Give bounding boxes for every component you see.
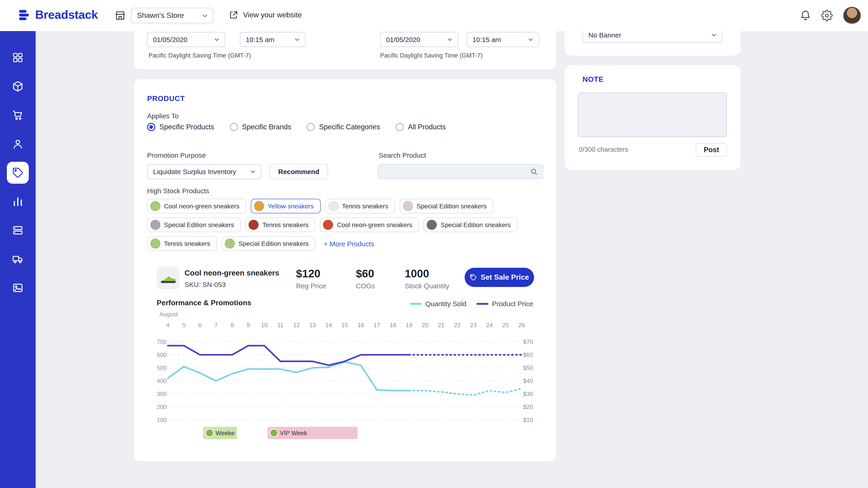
- svg-text:7: 7: [215, 322, 218, 329]
- product-chip[interactable]: Tennis sneakers: [246, 217, 315, 232]
- bar-chart-icon: [12, 195, 24, 207]
- stock-quantity-label: Stock Quantity: [405, 282, 449, 290]
- applies-to-radio[interactable]: Specific Products: [147, 123, 214, 131]
- performance-title: Performance & Promotions: [157, 299, 251, 307]
- start-date-select[interactable]: 01/05/2020: [147, 32, 225, 47]
- sidebar-item-analytics[interactable]: [0, 187, 36, 216]
- view-website-link[interactable]: View your website: [229, 10, 302, 20]
- svg-text:22: 22: [454, 322, 461, 329]
- recommend-button[interactable]: Recommend: [270, 164, 328, 179]
- product-chip-label: Special Edition sneakers: [239, 240, 309, 247]
- product-chip-thumb-icon: [249, 220, 259, 230]
- app: Breadstack Shawn's Store View your websi…: [0, 0, 868, 488]
- brand-logo-icon: [18, 8, 31, 22]
- product-chip[interactable]: Cool neon-green sneakers: [147, 199, 246, 213]
- tag-icon: [470, 274, 477, 281]
- end-date-select[interactable]: 01/05/2020: [380, 32, 458, 47]
- product-chip[interactable]: Special Edition sneakers: [424, 217, 518, 232]
- notifications-bell-icon[interactable]: [800, 9, 811, 22]
- set-sale-price-button[interactable]: Set Sale Price: [465, 268, 534, 287]
- svg-text:$50: $50: [523, 364, 533, 371]
- legend-swatch: [410, 303, 422, 305]
- promotion-purpose-select[interactable]: Liquidate Surplus Inventory: [147, 164, 261, 179]
- product-chip-thumb-icon: [150, 220, 160, 230]
- svg-text:8: 8: [230, 322, 234, 329]
- end-timezone-label: Pacific Daylight Saving Time (GMT-7): [380, 52, 483, 59]
- sidebar-item-dashboard[interactable]: [0, 43, 36, 72]
- sidebar-item-subscriptions[interactable]: [0, 216, 36, 244]
- brand-logo[interactable]: Breadstack: [18, 8, 98, 22]
- svg-text:$20: $20: [523, 403, 533, 410]
- svg-text:500: 500: [157, 364, 167, 371]
- top-bar: Breadstack Shawn's Store View your websi…: [0, 0, 868, 31]
- storefront-icon: [114, 9, 126, 22]
- more-products-link[interactable]: + More Products: [324, 240, 374, 247]
- post-button[interactable]: Post: [696, 143, 727, 157]
- product-chip[interactable]: Tennis sneakers: [147, 236, 217, 251]
- radio-icon: [307, 123, 315, 131]
- cart-icon: [12, 109, 24, 121]
- product-chip-label: Cool neon-green sneakers: [164, 203, 239, 210]
- svg-text:9: 9: [247, 322, 250, 329]
- store-selector[interactable]: Shawn's Store: [131, 8, 213, 23]
- svg-text:$40: $40: [523, 377, 533, 384]
- reg-price-value: $120: [296, 267, 320, 280]
- svg-text:21: 21: [438, 322, 444, 329]
- product-chip-thumb-icon: [150, 201, 160, 211]
- search-product-input[interactable]: [384, 168, 530, 176]
- applies-to-radio[interactable]: Specific Categories: [307, 123, 380, 131]
- product-chip[interactable]: Special Edition sneakers: [222, 236, 315, 251]
- stock-quantity-value: 1000: [405, 267, 429, 280]
- user-icon: [12, 138, 24, 150]
- end-time-select[interactable]: 10:15 am: [466, 32, 539, 47]
- svg-text:200: 200: [157, 403, 167, 410]
- product-chip-label: Tennis sneakers: [164, 240, 210, 247]
- sidebar-item-customers[interactable]: [0, 129, 36, 158]
- svg-text:$70: $70: [523, 338, 533, 345]
- chevron-down-icon: [446, 36, 453, 43]
- applies-to-radio[interactable]: All Products: [396, 123, 446, 131]
- search-icon: [530, 167, 538, 176]
- product-card: PRODUCT Applies To Specific ProductsSpec…: [134, 79, 556, 461]
- sidebar-item-media[interactable]: [0, 273, 36, 302]
- sidebar-item-promotions[interactable]: [0, 158, 36, 187]
- svg-text:$60: $60: [523, 352, 533, 358]
- product-chip-label: Tennis sneakers: [342, 203, 388, 210]
- sidebar-item-products[interactable]: [0, 72, 36, 100]
- product-chip-label: Special Edition sneakers: [164, 221, 234, 228]
- svg-text:300: 300: [157, 391, 167, 397]
- radio-icon: [396, 123, 404, 131]
- svg-text:12: 12: [293, 322, 300, 329]
- radio-label: Specific Categories: [319, 123, 380, 131]
- view-website-label: View your website: [243, 11, 302, 19]
- end-time-value: 10:15 am: [472, 36, 501, 43]
- sidebar-item-orders[interactable]: [0, 100, 36, 129]
- end-date-value: 01/05/2020: [386, 36, 420, 43]
- start-time-select[interactable]: 10:15 am: [240, 32, 306, 47]
- product-chip-thumb-icon: [150, 239, 160, 249]
- user-avatar[interactable]: [843, 7, 861, 24]
- reg-price-label: Reg Price: [296, 282, 326, 290]
- product-chip[interactable]: Special Edition sneakers: [400, 199, 494, 213]
- product-chip[interactable]: Tennis sneakers: [325, 199, 395, 213]
- start-date-value: 01/05/2020: [153, 36, 187, 43]
- product-chip-thumb-icon: [323, 220, 333, 230]
- note-textarea[interactable]: [578, 93, 727, 137]
- sidebar-item-delivery[interactable]: [0, 244, 36, 273]
- product-chip[interactable]: Special Edition sneakers: [147, 217, 241, 232]
- promotion-purpose-value: Liquidate Surplus Inventory: [153, 168, 236, 176]
- product-chip[interactable]: Cool neon-green sneakers: [320, 217, 419, 232]
- chart-legend: Quantity SoldProduct Price: [410, 300, 533, 307]
- product-chip-thumb-icon: [403, 201, 413, 211]
- banner-select-value: No Banner: [588, 31, 621, 39]
- product-chip-label: Special Edition sneakers: [416, 203, 487, 210]
- sidebar: [0, 31, 36, 488]
- product-chip-thumb-icon: [254, 201, 264, 211]
- svg-text:24: 24: [486, 322, 493, 329]
- search-product-label: Search Product: [379, 151, 426, 159]
- settings-gear-icon[interactable]: [821, 9, 833, 22]
- svg-text:100: 100: [157, 417, 167, 423]
- svg-text:August: August: [159, 311, 178, 317]
- product-chip[interactable]: Yellow sneakers: [251, 199, 320, 213]
- applies-to-radio[interactable]: Specific Brands: [230, 123, 291, 131]
